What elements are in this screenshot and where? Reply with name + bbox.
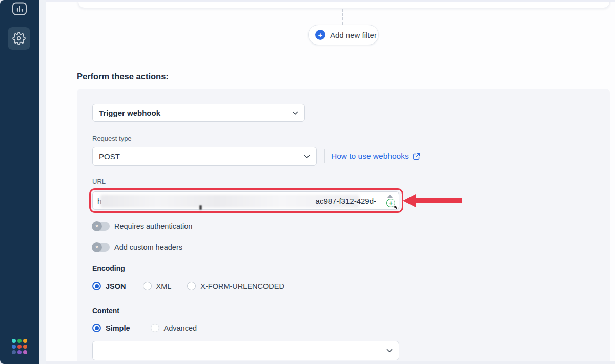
how-to-use-webhooks-link[interactable]: How to use webhooks bbox=[331, 152, 420, 161]
content-gutter bbox=[39, 0, 46, 364]
url-label: URL bbox=[92, 178, 106, 185]
request-type-label: Request type bbox=[92, 135, 132, 142]
grid-dot bbox=[12, 339, 16, 343]
radio-selected-icon bbox=[92, 324, 101, 332]
requires-authentication-label: Requires authentication bbox=[114, 222, 192, 230]
external-link-icon bbox=[413, 153, 420, 160]
annotation-arrow-shaft bbox=[415, 198, 462, 203]
add-custom-headers-row: ✕ Add custom headers bbox=[92, 243, 182, 252]
grid-dot bbox=[12, 345, 16, 349]
requires-authentication-toggle[interactable]: ✕ bbox=[92, 222, 110, 231]
content-option-simple[interactable]: Simple bbox=[92, 324, 130, 332]
add-new-filter-button[interactable]: + Add new filter bbox=[308, 25, 379, 45]
encoding-radio-group: JSON XML X-FORM-URLENCODED bbox=[92, 282, 284, 290]
encoding-label: Encoding bbox=[92, 264, 125, 272]
add-new-filter-label: Add new filter bbox=[330, 31, 377, 39]
filter-connector-dashed-line bbox=[342, 9, 343, 25]
divider bbox=[324, 149, 325, 163]
grid-dot bbox=[17, 339, 22, 343]
grid-dot bbox=[23, 339, 27, 343]
app-grid-icon[interactable] bbox=[12, 339, 29, 354]
toggle-off-knob-icon: ✕ bbox=[92, 242, 102, 252]
requires-authentication-row: ✕ Requires authentication bbox=[92, 222, 192, 231]
content-label: Content bbox=[92, 307, 119, 315]
sidebar bbox=[0, 0, 39, 364]
content-radio-group: Simple Advanced bbox=[92, 324, 197, 332]
cursor-icon bbox=[393, 206, 397, 210]
radio-unselected-icon bbox=[151, 324, 159, 332]
settings-button[interactable] bbox=[8, 27, 30, 50]
content-template-select[interactable] bbox=[92, 341, 399, 360]
actions-panel: Trigger webhook Request type POST How to… bbox=[77, 89, 610, 361]
actions-heading: Perform these actions: bbox=[77, 72, 169, 81]
chevron-down-icon bbox=[292, 111, 298, 115]
add-custom-headers-label: Add custom headers bbox=[114, 243, 182, 251]
encoding-option-json[interactable]: JSON bbox=[92, 282, 126, 290]
app-window: + Add new filter Perform these actions: … bbox=[0, 0, 615, 364]
request-type-select[interactable]: POST bbox=[92, 147, 317, 166]
grid-dot bbox=[23, 345, 27, 349]
viewport-right-edge bbox=[613, 0, 613, 364]
analytics-icon[interactable] bbox=[12, 2, 27, 15]
gear-icon bbox=[12, 32, 26, 45]
encoding-option-xml[interactable]: XML bbox=[143, 282, 172, 290]
url-redacted-blur-mark bbox=[199, 205, 202, 210]
chevron-down-icon bbox=[304, 155, 310, 159]
toggle-off-knob-icon: ✕ bbox=[92, 221, 102, 231]
action-type-select[interactable]: Trigger webhook bbox=[92, 104, 305, 122]
viewport-bottom-edge bbox=[46, 361, 615, 364]
add-custom-headers-toggle[interactable]: ✕ bbox=[92, 243, 110, 252]
content-option-advanced[interactable]: Advanced bbox=[151, 324, 197, 332]
plus-circle-icon: + bbox=[315, 30, 325, 40]
radio-selected-icon bbox=[92, 282, 101, 290]
chevron-down-icon bbox=[386, 349, 393, 353]
annotation-arrow-head bbox=[403, 194, 416, 207]
grid-dot bbox=[23, 350, 27, 354]
viewport-top-edge bbox=[46, 0, 615, 2]
grid-dot bbox=[17, 350, 22, 354]
encoding-option-x-form-urlencoded[interactable]: X-FORM-URLENCODED bbox=[187, 282, 284, 290]
grid-dot bbox=[12, 350, 16, 354]
spinner-up-icon[interactable] bbox=[387, 195, 393, 198]
request-type-value: POST bbox=[99, 152, 120, 161]
grid-dot bbox=[17, 345, 22, 349]
radio-unselected-icon bbox=[187, 282, 196, 290]
action-type-value: Trigger webhook bbox=[99, 109, 160, 117]
url-visible-suffix: ac987-f312-429d- bbox=[316, 197, 376, 205]
url-input[interactable]: h ac987-f312-429d- + bbox=[92, 191, 399, 210]
radio-unselected-icon bbox=[143, 282, 152, 290]
help-link-label: How to use webhooks bbox=[331, 152, 409, 161]
